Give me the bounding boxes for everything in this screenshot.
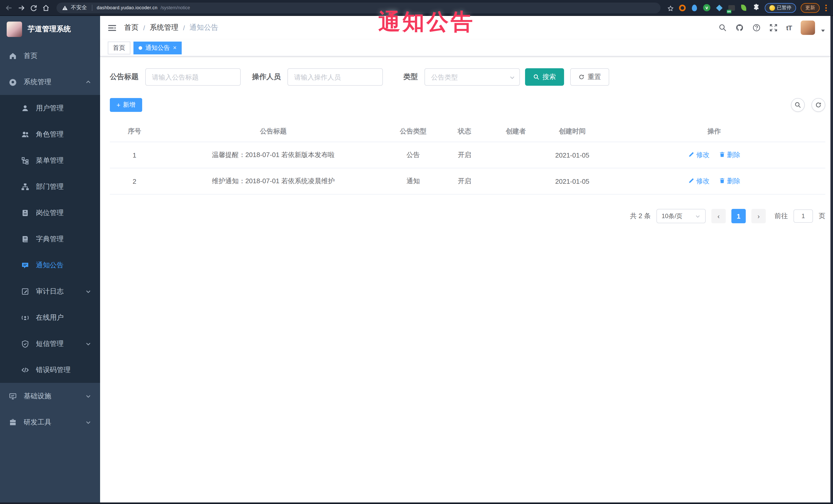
type-select[interactable]: [425, 68, 520, 86]
sidebar-item-在线用户[interactable]: 在线用户: [0, 304, 100, 331]
breadcrumb-separator: /: [143, 24, 145, 31]
security-status-label[interactable]: 不安全: [71, 4, 87, 11]
search-icon[interactable]: [718, 24, 727, 32]
type-select-input[interactable]: [425, 68, 520, 86]
sidebar-item-审计日志[interactable]: 审计日志: [0, 278, 100, 304]
url-divider: [92, 5, 92, 11]
sidebar-item-短信管理[interactable]: 短信管理: [0, 331, 100, 357]
browser-update-button[interactable]: 更新: [801, 3, 820, 13]
next-page-button[interactable]: ›: [752, 209, 766, 223]
chevron-down-icon: [85, 288, 91, 294]
browser-menu-kebab-icon[interactable]: [824, 4, 828, 11]
bookmark-star-icon[interactable]: [667, 4, 674, 11]
goto-label: 前往: [775, 212, 788, 221]
ext-green-circle-icon[interactable]: v: [703, 4, 711, 11]
breadcrumb-item[interactable]: 系统管理: [150, 23, 178, 32]
cell-actions: 修改删除: [603, 142, 825, 168]
hamburger-icon[interactable]: [108, 23, 117, 32]
title-filter-input[interactable]: [145, 68, 241, 86]
refresh-icon[interactable]: [811, 98, 825, 112]
delete-button[interactable]: 删除: [719, 150, 740, 160]
font-size-icon[interactable]: tT: [786, 24, 792, 31]
column-header-公告标题: 公告标题: [159, 121, 387, 142]
extensions-puzzle-icon[interactable]: [752, 4, 760, 11]
browser-back-button[interactable]: [5, 4, 13, 11]
goto-page-input[interactable]: [793, 209, 813, 223]
window-bottom-edge: [0, 502, 833, 504]
add-button[interactable]: + 新增: [110, 98, 142, 112]
delete-button[interactable]: 删除: [719, 176, 740, 186]
sidebar-item-label: 审计日志: [36, 287, 64, 296]
sidebar-item-字典管理[interactable]: 字典管理: [0, 226, 100, 252]
browser-home-button[interactable]: [42, 4, 50, 11]
notice-table: 序号公告标题公告类型状态创建者创建时间操作 1温馨提醒：2018-07-01 若…: [110, 121, 825, 194]
search-button[interactable]: 搜索: [525, 68, 564, 86]
tab-首页[interactable]: 首页: [108, 41, 130, 54]
chevron-down-icon: [85, 340, 91, 347]
sidebar-item-label: 岗位管理: [36, 208, 64, 217]
sidebar-item-用户管理[interactable]: 用户管理: [0, 95, 100, 121]
address-bar[interactable]: 不安全 dashboard.yudao.iocoder.cn/system/no…: [56, 2, 660, 13]
page-1-button[interactable]: 1: [731, 209, 746, 223]
user-icon: [21, 104, 29, 112]
close-icon[interactable]: ×: [173, 45, 176, 51]
logo-row[interactable]: 芋道管理系统: [0, 16, 100, 43]
ext-blue-diamond-icon[interactable]: [715, 4, 723, 11]
users-icon: [21, 130, 29, 138]
sidebar-item-菜单管理[interactable]: 菜单管理: [0, 147, 100, 173]
sidebar-item-岗位管理[interactable]: 岗位管理: [0, 200, 100, 226]
sidebar-item-通知公告[interactable]: 通知公告: [0, 252, 100, 278]
type-filter-label: 类型: [403, 72, 418, 81]
edit-button[interactable]: 修改: [688, 150, 710, 160]
tab-通知公告[interactable]: 通知公告×: [134, 41, 182, 54]
breadcrumb: 首页/系统管理/通知公告: [124, 23, 218, 32]
window-right-edge: [830, 16, 833, 504]
sidebar-item-label: 首页: [24, 51, 38, 60]
sidebar-item-角色管理[interactable]: 角色管理: [0, 121, 100, 147]
page-size-select[interactable]: 10条/页: [657, 209, 706, 223]
github-icon[interactable]: [735, 24, 743, 32]
operator-filter-input[interactable]: [287, 68, 383, 86]
sidebar-item-label: 基础设施: [24, 391, 51, 401]
sidebar-item-首页[interactable]: 首页: [0, 43, 100, 69]
sidebar-item-部门管理[interactable]: 部门管理: [0, 173, 100, 200]
search-toggle-icon[interactable]: [791, 98, 805, 112]
app-title: 芋道管理系统: [28, 25, 71, 34]
sidebar-item-label: 在线用户: [36, 313, 64, 322]
paused-label: 已暂停: [777, 4, 791, 11]
ext-blue-drop-icon[interactable]: [691, 4, 698, 11]
help-icon[interactable]: [752, 24, 760, 32]
ext-green-leaf-icon[interactable]: [740, 4, 747, 11]
sidebar-item-基础设施[interactable]: 基础设施: [0, 383, 100, 409]
ext-dark-box-icon[interactable]: on: [728, 4, 735, 11]
sidebar-item-错误码管理[interactable]: 错误码管理: [0, 357, 100, 383]
pagination: 共 2 条 10条/页 ‹ 1 › 前往 页: [110, 209, 825, 223]
emoji-avatar-icon: [769, 5, 775, 10]
title-filter-label: 公告标题: [110, 72, 139, 81]
prev-page-button[interactable]: ‹: [711, 209, 726, 223]
main-area: 首页/系统管理/通知公告 tT: [100, 16, 833, 504]
page-content: 公告标题 操作人员 类型 搜索: [100, 56, 833, 504]
chevron-down-icon[interactable]: [821, 25, 825, 30]
chevron-up-icon: [85, 79, 91, 85]
browser-forward-button[interactable]: [18, 4, 25, 11]
browser-reload-button[interactable]: [30, 4, 38, 11]
profile-paused-pill[interactable]: 已暂停: [764, 3, 796, 13]
cell-created: 2021-01-05: [542, 142, 603, 168]
sidebar-item-研发工具[interactable]: 研发工具: [0, 409, 100, 435]
reset-button[interactable]: 重置: [570, 68, 609, 86]
breadcrumb-item[interactable]: 首页: [124, 23, 139, 32]
sidebar-item-label: 错误码管理: [36, 365, 71, 375]
edit-button[interactable]: 修改: [688, 176, 710, 186]
sidebar-item-label: 短信管理: [36, 339, 64, 348]
page-suffix-label: 页: [818, 212, 825, 221]
cell-type: 公告: [387, 142, 439, 168]
fullscreen-icon[interactable]: [769, 24, 777, 32]
ext-orange-ring-icon[interactable]: [678, 4, 686, 11]
sidebar-item-系统管理[interactable]: 系统管理: [0, 69, 100, 95]
org-tree-icon: [21, 183, 29, 191]
tags-view: 首页通知公告×: [100, 40, 833, 56]
table-row: 2维护通知：2018-07-01 若依系统凌晨维护通知开启2021-01-05修…: [110, 168, 825, 194]
avatar[interactable]: [801, 21, 815, 35]
table-row: 1温馨提醒：2018-07-01 若依新版本发布啦公告开启2021-01-05修…: [110, 142, 825, 168]
